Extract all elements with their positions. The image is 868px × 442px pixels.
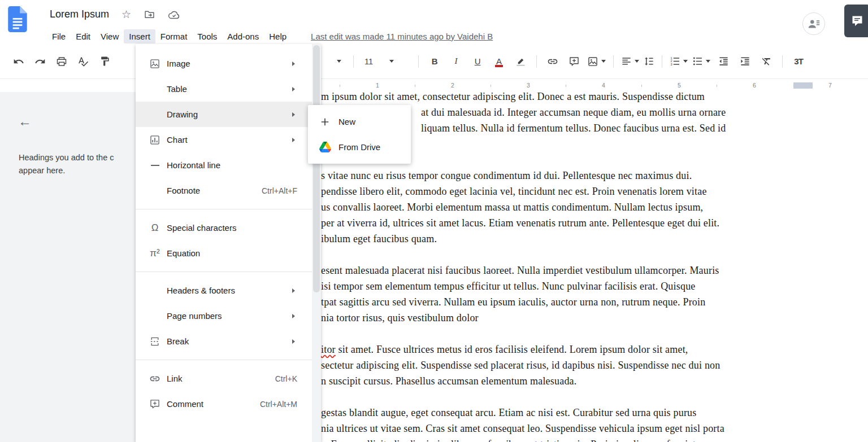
- ruler-tick: [340, 85, 340, 87]
- paint-format-button[interactable]: [97, 54, 112, 69]
- ruler[interactable]: 1 2 3 4 5 6 7: [0, 79, 868, 92]
- toolbar-divider: [613, 55, 614, 68]
- highlight-color-button[interactable]: [513, 54, 528, 69]
- ruler-tick: [415, 85, 415, 87]
- input-tools-button[interactable]: 3T: [791, 54, 806, 69]
- clear-formatting-button[interactable]: [759, 54, 774, 69]
- account-avatar[interactable]: [802, 12, 825, 35]
- scrollbar-thumb[interactable]: [313, 45, 320, 292]
- ruler-number: 5: [678, 82, 681, 89]
- drawing-submenu: New From Drive: [308, 105, 411, 164]
- chevron-down-icon: [389, 60, 394, 63]
- ruler-tick: [641, 85, 642, 87]
- menu-item-image[interactable]: Image: [136, 51, 321, 76]
- numbered-list-button[interactable]: 123: [670, 56, 688, 67]
- submenu-arrow-icon: [292, 62, 295, 66]
- menu-divider: [136, 272, 321, 272]
- menu-item-link[interactable]: Link Ctrl+K: [136, 366, 321, 391]
- star-icon[interactable]: ☆: [121, 8, 131, 21]
- document-title[interactable]: Lorem Ipsum: [50, 8, 109, 20]
- docs-logo[interactable]: [8, 6, 28, 33]
- outline-hint-line2: appear here.: [19, 164, 114, 177]
- submenu-item-new[interactable]: New: [308, 109, 411, 134]
- menu-help[interactable]: Help: [264, 29, 292, 43]
- italic-button[interactable]: I: [449, 54, 463, 69]
- insert-link-button[interactable]: [545, 54, 560, 69]
- submenu-arrow-icon: [292, 339, 295, 344]
- submenu-arrow-icon: [292, 87, 295, 91]
- plus-icon: [318, 115, 332, 129]
- ruler-number: 4: [602, 82, 605, 89]
- ruler-margin-band[interactable]: [793, 82, 813, 89]
- chat-icon: [850, 14, 864, 28]
- google-drive-icon: [318, 141, 332, 154]
- comment-history-button[interactable]: [844, 5, 868, 37]
- menu-item-drawing[interactable]: Drawing: [136, 102, 321, 127]
- menu-format[interactable]: Format: [155, 29, 193, 43]
- menu-item-break[interactable]: Break: [136, 329, 321, 354]
- submenu-arrow-icon: [292, 138, 295, 142]
- submenu-arrow-icon: [292, 288, 295, 293]
- align-button[interactable]: [621, 56, 639, 67]
- menu-item-page-numbers[interactable]: Page numbers: [136, 303, 321, 329]
- ruler-tick: [717, 85, 717, 87]
- submenu-arrow-icon: [292, 112, 295, 117]
- menu-item-headers-footers[interactable]: Headers & footers: [136, 278, 321, 303]
- link-icon: [148, 372, 162, 386]
- menu-item-special-characters[interactable]: Ω Special characters: [136, 215, 321, 240]
- toolbar-divider: [418, 55, 419, 68]
- decrease-indent-button[interactable]: [716, 54, 731, 69]
- bulleted-list-icon: [692, 56, 703, 67]
- undo-icon: [13, 56, 24, 67]
- underline-button[interactable]: U: [470, 54, 485, 69]
- menu-file[interactable]: File: [47, 29, 71, 43]
- add-comment-button[interactable]: [567, 54, 581, 69]
- shortcut-label: Ctrl+K: [275, 374, 297, 383]
- outdent-icon: [718, 56, 729, 67]
- menu-item-footnote[interactable]: Footnote Ctrl+Alt+F: [136, 178, 321, 203]
- undo-button[interactable]: [11, 54, 26, 69]
- insert-image-button[interactable]: [587, 56, 606, 67]
- header: Lorem Ipsum ☆ File Edit View Insert Form…: [0, 0, 868, 44]
- bold-button[interactable]: B: [427, 54, 442, 69]
- ruler-tick: [491, 85, 491, 87]
- menu-edit[interactable]: Edit: [71, 29, 96, 43]
- cloud-status-icon[interactable]: [168, 8, 180, 21]
- chevron-down-icon: [337, 60, 341, 63]
- menu-insert[interactable]: Insert: [124, 29, 155, 43]
- link-icon: [547, 56, 558, 67]
- text-color-button[interactable]: A: [492, 54, 506, 69]
- menu-item-comment[interactable]: Comment Ctrl+Alt+M: [136, 391, 321, 417]
- avatar-icon: [806, 16, 821, 31]
- menu-addons[interactable]: Add-ons: [222, 29, 264, 43]
- close-outline-icon[interactable]: ←: [18, 113, 32, 129]
- menu-item-table[interactable]: Table: [136, 76, 321, 102]
- outline-hint-line1: Headings you add to the c: [19, 151, 114, 164]
- increase-indent-button[interactable]: [737, 54, 752, 69]
- font-size-value: 11: [364, 57, 373, 66]
- image-icon: [587, 56, 598, 67]
- bulleted-list-button[interactable]: [692, 56, 710, 67]
- spellcheck-button[interactable]: [76, 54, 90, 69]
- menu-item-chart[interactable]: Chart: [136, 127, 321, 152]
- move-folder-icon[interactable]: [144, 8, 155, 20]
- print-button[interactable]: [54, 54, 69, 69]
- menu-view[interactable]: View: [96, 29, 124, 43]
- menu-tools[interactable]: Tools: [192, 29, 222, 43]
- menu-scrollbar[interactable]: [312, 44, 321, 442]
- highlighter-icon: [515, 56, 526, 67]
- toolbar: 11 B I U A: [0, 44, 868, 79]
- last-edit-link[interactable]: Last edit was made 11 minutes ago by Vai…: [311, 32, 493, 41]
- menu-item-equation[interactable]: π² Equation: [136, 240, 321, 266]
- ruler-number: 3: [527, 82, 530, 89]
- line-spacing-button[interactable]: [644, 56, 654, 67]
- chevron-down-icon: [601, 60, 606, 63]
- align-left-icon: [621, 56, 632, 67]
- zoom-dropdown[interactable]: [330, 54, 345, 69]
- submenu-item-from-drive[interactable]: From Drive: [308, 134, 411, 160]
- font-size-control[interactable]: 11: [364, 57, 407, 66]
- menu-item-horizontal-line[interactable]: Horizontal line: [136, 152, 321, 178]
- ruler-number: 2: [451, 82, 454, 89]
- redo-button[interactable]: [33, 54, 47, 69]
- text-color-indicator: [495, 65, 503, 67]
